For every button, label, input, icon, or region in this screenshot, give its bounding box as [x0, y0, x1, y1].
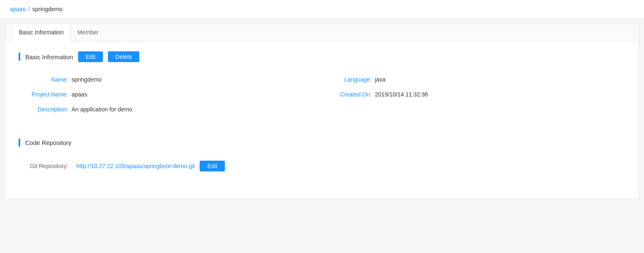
project-name-value: apaas	[72, 91, 87, 98]
basic-info-title: Basic Information	[25, 53, 73, 60]
info-row-name: Name: springdemo	[19, 72, 322, 87]
info-row-project: Project Name: apaas	[19, 87, 322, 102]
info-fields-grid: Name: springdemo Project Name: apaas Des…	[19, 72, 625, 125]
basic-info-edit-button[interactable]: Edit	[78, 51, 103, 62]
language-label: Language:	[322, 76, 372, 83]
breadcrumb-current: springdemo	[32, 6, 62, 12]
basic-info-title-bar: Basic Information Edit Delete	[19, 51, 625, 62]
language-value: java	[375, 76, 386, 83]
description-label: Description:	[19, 106, 68, 113]
description-value: An application for demo	[72, 106, 132, 113]
breadcrumb-link[interactable]: apaas	[10, 6, 26, 12]
info-row-language: Language: java	[322, 72, 625, 87]
code-repo-section-indicator	[19, 138, 20, 147]
tabs-bar: Basic Information Member	[5, 24, 639, 41]
basic-info-delete-button[interactable]: Delete	[108, 51, 139, 62]
info-row-description: Description: An application for demo	[19, 102, 322, 117]
info-right-col: Language: java Created On: 2019/10/14 11…	[322, 72, 625, 117]
code-repo-title: Code Repository	[25, 139, 72, 146]
main-container: Basic Information Member Basic Informati…	[5, 24, 639, 199]
git-repo-row: Git Repository: http://10.27.22.109/apaa…	[19, 157, 625, 176]
info-left-col: Name: springdemo Project Name: apaas Des…	[19, 72, 322, 117]
tab-basic-information[interactable]: Basic Information	[12, 24, 71, 41]
info-row-created-on: Created On: 2019/10/14 11:32:36	[322, 87, 625, 102]
code-repo-title-bar: Code Repository	[19, 138, 625, 147]
created-on-value: 2019/10/14 11:32:36	[375, 91, 428, 98]
breadcrumb: apaas / springdemo	[0, 0, 644, 19]
project-name-label: Project Name:	[19, 91, 68, 98]
code-repo-edit-button[interactable]: Edit	[200, 161, 224, 171]
basic-info-section: Basic Information Edit Delete Name: spri…	[19, 51, 625, 125]
name-label: Name:	[19, 76, 68, 83]
breadcrumb-separator: /	[28, 6, 30, 12]
section-indicator	[19, 53, 20, 61]
page-wrapper: apaas / springdemo Basic Information Mem…	[0, 0, 644, 253]
tab-member[interactable]: Member	[71, 24, 105, 41]
code-repo-section: Code Repository Git Repository: http://1…	[19, 138, 625, 176]
git-url-link[interactable]: http://10.27.22.109/apaas/springboot-dem…	[76, 163, 195, 169]
name-value: springdemo	[72, 76, 102, 83]
git-label: Git Repository:	[19, 163, 68, 169]
created-on-label: Created On:	[322, 91, 372, 98]
content-area: Basic Information Edit Delete Name: spri…	[5, 41, 639, 199]
